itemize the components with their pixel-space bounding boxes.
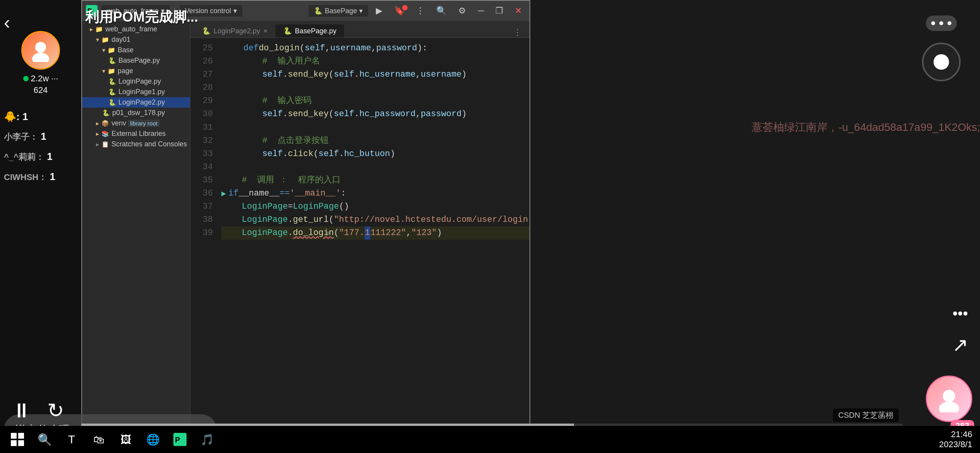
svg-rect-8	[11, 440, 17, 446]
restore-button[interactable]: ❐	[492, 4, 507, 17]
emoji-comment: 🐥: 1	[4, 111, 77, 123]
expand-page-icon: ▾	[102, 67, 105, 75]
tab-py-icon-2: 🐍	[283, 27, 292, 35]
tab-loginpage2[interactable]: 🐍 LoginPage2.py ✕	[194, 24, 276, 38]
code-line-36: ▶ if __name__ == '__main__' :	[221, 187, 529, 200]
folder-base-icon: 📁	[108, 46, 115, 54]
plus-hint: +	[326, 228, 330, 239]
tab-close-1[interactable]: ✕	[263, 28, 268, 34]
tree-item-loginpage1[interactable]: 🐍 LoginPage1.py	[82, 87, 190, 97]
dot2	[939, 21, 943, 25]
back-button[interactable]: ‹	[4, 12, 10, 33]
run-config-chevron: ▾	[359, 7, 363, 15]
tree-item-page[interactable]: ▾ 📁 page	[82, 66, 190, 76]
tab-label-basepage: BasePage.py	[295, 27, 336, 35]
tree-label-external: External Libraries	[111, 130, 166, 138]
taskbar-photos[interactable]: 🖼	[116, 430, 135, 449]
tab-basepage[interactable]: 🐍 BasePage.py	[276, 24, 344, 38]
tree-label-loginpage2: LoginPage2.py	[118, 98, 165, 106]
more-options-button[interactable]: ⋮	[412, 4, 428, 17]
code-editor[interactable]: 25 26 27 28 29 30 31 32 33 34 35 36 37 3…	[190, 38, 529, 438]
viewer-count: 2.2w	[31, 74, 49, 84]
venv-badge: library root	[128, 120, 160, 127]
svg-rect-6	[11, 433, 17, 439]
code-line-38: LoginPage . get_url ( "http://novel.hcte…	[221, 213, 529, 226]
dot1	[931, 21, 935, 25]
tree-label-venv: venv	[111, 119, 126, 127]
tree-label-page: page	[118, 67, 133, 75]
record-inner	[934, 54, 949, 70]
dots-menu-button[interactable]	[926, 15, 957, 31]
tree-item-external[interactable]: ▸ 📚 External Libraries	[82, 129, 190, 139]
code-line-33: self . click ( self . hc_butuon )	[221, 148, 529, 161]
tab-label-loginpage2: LoginPage2.py	[214, 27, 260, 35]
code-line-37: LoginPage = LoginPage ()	[221, 200, 529, 213]
venv-folder-icon: 📦	[101, 120, 109, 127]
line-numbers: 25 26 27 28 29 30 31 32 33 34 35 36 37 3…	[190, 38, 218, 438]
tree-item-day01[interactable]: ▾ 📁 day01	[82, 34, 190, 45]
folder-page-icon: 📁	[108, 67, 115, 75]
project-tree[interactable]: ▸ 📁 web_auto_frame ▾ 📁 day01 ▾ 📁 Base 🐍 …	[82, 21, 190, 452]
taskbar-windows[interactable]	[8, 430, 27, 449]
avatar	[21, 31, 60, 70]
svg-point-1	[32, 53, 49, 62]
code-line-28	[221, 81, 529, 94]
taskbar-music[interactable]: 🎵	[197, 430, 217, 449]
svg-rect-7	[18, 433, 24, 439]
settings-button[interactable]: ⚙	[454, 4, 470, 17]
run-button[interactable]: ▶	[372, 4, 386, 17]
code-line-34	[221, 161, 529, 174]
code-line-30: self . send_key ( self . hc_password , p…	[221, 108, 529, 121]
comment-3: CIWHSH： 1	[4, 171, 77, 183]
tree-item-venv[interactable]: ▸ 📦 venv library root	[82, 118, 190, 129]
notification-dot	[402, 5, 408, 10]
taskbar-browser[interactable]: 🌐	[143, 430, 163, 449]
search-button[interactable]: 🔍	[432, 4, 451, 17]
svg-rect-9	[18, 440, 24, 446]
taskbar-pycharm[interactable]: P	[170, 430, 190, 449]
live-dot	[23, 76, 29, 81]
run-arrow-icon: ▶	[221, 188, 226, 200]
bookmark-button[interactable]: 🔖	[390, 4, 408, 17]
close-button[interactable]: ✕	[511, 4, 526, 17]
store-icon: 🛍	[93, 433, 104, 446]
code-line-27: self . send_key ( self . hc_username , u…	[221, 68, 529, 81]
photos-icon: 🖼	[120, 433, 131, 446]
comment-2: ^_^莉莉： 1	[4, 151, 77, 163]
external-lib-icon: 📚	[101, 130, 109, 137]
py-basepage-icon: 🐍	[108, 57, 116, 64]
tree-label-p01: p01_dsw_178.py	[112, 109, 165, 117]
py-login-icon: 🐍	[108, 78, 116, 85]
code-line-39: LoginPage . do_login ( "177. 1 111222" ,…	[221, 226, 529, 240]
tree-item-scratches[interactable]: ▸ 📋 Scratches and Consoles	[82, 139, 190, 149]
record-button[interactable]	[922, 43, 961, 81]
run-file-icon: 🐍	[314, 7, 322, 15]
svg-point-0	[35, 42, 46, 53]
refresh-button[interactable]: ↻	[47, 399, 64, 422]
pause-button[interactable]: ⏸	[12, 399, 32, 422]
editor-area: 🐍 LoginPage2.py ✕ 🐍 BasePage.py ⋮ 25 26 …	[190, 21, 529, 452]
run-config-tab[interactable]: 🐍 BasePage ▾	[308, 5, 368, 17]
video-title: 利用POM完成脚...	[85, 8, 198, 27]
tab-more-button[interactable]: ⋮	[509, 27, 526, 38]
taskbar-search[interactable]: 🔍	[35, 430, 54, 449]
playback-controls: ⏸ ↻	[12, 399, 64, 422]
tab-py-icon-1: 🐍	[202, 27, 211, 35]
left-video-panel: ‹ 2.2w ··· 624 🐥: 1 小李子： 1 ^_^莉莉： 1 CIWH…	[0, 0, 81, 453]
tree-item-loginpage[interactable]: 🐍 LoginPage.py	[82, 76, 190, 87]
t-icon: T	[68, 433, 75, 446]
tree-item-basepage[interactable]: 🐍 BasePage.py	[82, 55, 190, 66]
clock-date: 2023/8/1	[939, 439, 972, 450]
tree-label-loginpage: LoginPage.py	[118, 77, 161, 86]
viewer-dots: ···	[51, 74, 58, 84]
tree-item-p01[interactable]: 🐍 p01_dsw_178.py	[82, 108, 190, 118]
ide-window: P web_auto_frame ▾ | Version control ▾ 🐍…	[81, 0, 530, 453]
tree-label-day01: day01	[111, 36, 130, 44]
tree-item-loginpage2[interactable]: 🐍 LoginPage2.py	[82, 97, 190, 108]
tree-item-base[interactable]: ▾ 📁 Base	[82, 45, 190, 55]
minimize-button[interactable]: ─	[474, 4, 488, 17]
run-config-name: BasePage	[325, 7, 357, 15]
taskbar-clock: 21:46 2023/8/1	[939, 429, 972, 450]
taskbar-t[interactable]: T	[62, 430, 81, 449]
taskbar-store[interactable]: 🛍	[89, 430, 108, 449]
